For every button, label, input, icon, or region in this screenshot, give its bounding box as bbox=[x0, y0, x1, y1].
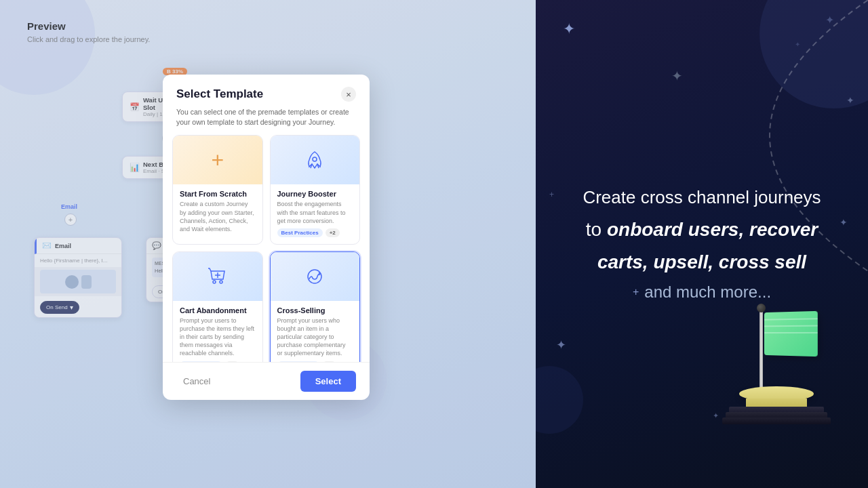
scratch-info: Start From Scratch Create a custom Journ… bbox=[173, 184, 262, 243]
best-practices-badge: Best Practices bbox=[277, 228, 323, 237]
right-line4-container: + and much more... bbox=[583, 283, 821, 302]
template-card-cart[interactable]: Cart Abandonment Prompt your users to pu… bbox=[172, 251, 263, 362]
modal-title: Select Template bbox=[176, 87, 263, 101]
modal-close-button[interactable]: × bbox=[341, 87, 356, 102]
cross-sell-info: Cross-Selling Prompt your users who boug… bbox=[271, 301, 360, 362]
booster-desc: Boost the engagements with the smart fea… bbox=[277, 200, 353, 224]
template-card-booster[interactable]: Journey Booster Boost the engagements wi… bbox=[270, 135, 361, 244]
left-panel: Preview Click and drag to explore the jo… bbox=[0, 0, 536, 488]
right-line4: and much more... bbox=[644, 283, 771, 302]
modal-description: You can select one of the premade templa… bbox=[163, 107, 370, 135]
decorative-circle-right-2 bbox=[536, 366, 583, 434]
template-card-cross-sell[interactable]: Cross-Selling Prompt your users who boug… bbox=[270, 251, 361, 362]
svg-point-0 bbox=[313, 157, 317, 161]
star-6: ✦ bbox=[556, 338, 566, 352]
select-button[interactable]: Select bbox=[300, 371, 356, 392]
select-template-modal: Select Template × You can select one of … bbox=[163, 75, 370, 400]
booster-name: Journey Booster bbox=[277, 190, 353, 198]
cart-icon bbox=[205, 264, 230, 289]
cross-sell-name: Cross-Selling bbox=[277, 306, 353, 314]
pole bbox=[760, 308, 763, 390]
right-line2-bold: onboard users, recover bbox=[607, 219, 818, 240]
cross-sell-preview bbox=[271, 252, 360, 301]
svg-point-3 bbox=[308, 270, 321, 283]
cross-sell-desc: Prompt your users who bought an item in … bbox=[277, 317, 353, 358]
scratch-preview: + bbox=[173, 136, 262, 184]
scratch-desc: Create a custom Journey by adding your o… bbox=[180, 200, 256, 233]
rocket-icon bbox=[302, 148, 327, 172]
cancel-button[interactable]: Cancel bbox=[176, 372, 217, 390]
flag bbox=[764, 311, 818, 357]
cross-sell-icon bbox=[302, 264, 327, 289]
booster-count-badge: +2 bbox=[326, 228, 340, 237]
cart-desc: Prompt your users to purchase the items … bbox=[180, 317, 256, 358]
star-7: ✦ bbox=[713, 411, 719, 420]
booster-info: Journey Booster Boost the engagements wi… bbox=[271, 184, 360, 243]
cart-name: Cart Abandonment bbox=[180, 306, 256, 314]
plus-decoration: + bbox=[633, 286, 639, 298]
modal-footer: Cancel Select bbox=[163, 362, 370, 400]
svg-point-2 bbox=[220, 281, 222, 283]
scratch-name: Start From Scratch bbox=[180, 190, 256, 198]
right-line2-plain: to bbox=[586, 219, 607, 240]
right-title-line1: Create cross channel journeys bbox=[583, 186, 821, 209]
svg-point-1 bbox=[213, 281, 216, 283]
template-grid: + Start From Scratch Create a custom Jou… bbox=[172, 135, 360, 362]
3d-object bbox=[726, 298, 848, 447]
booster-badges: Best Practices +2 bbox=[277, 228, 353, 237]
right-title-line3: carts, upsell, cross sell bbox=[583, 250, 821, 274]
template-card-scratch[interactable]: + Start From Scratch Create a custom Jou… bbox=[172, 135, 263, 244]
modal-body: + Start From Scratch Create a custom Jou… bbox=[163, 135, 370, 362]
right-content: Create cross channel journeys to onboard… bbox=[583, 186, 821, 302]
right-panel: ✦ ✦ ✦ + ✦ ✦ ✦ ✦ ✦ Create cross channel j… bbox=[536, 0, 868, 488]
right-line3: carts, upsell, cross sell bbox=[597, 251, 806, 272]
pole-ball bbox=[757, 304, 766, 312]
cart-info: Cart Abandonment Prompt your users to pu… bbox=[173, 301, 262, 362]
base-3 bbox=[722, 418, 831, 424]
modal-header: Select Template × bbox=[163, 75, 370, 107]
modal-overlay: Select Template × You can select one of … bbox=[0, 0, 536, 488]
cart-preview bbox=[173, 252, 262, 301]
booster-preview bbox=[271, 136, 360, 184]
right-title-line2: to onboard users, recover bbox=[583, 218, 821, 242]
